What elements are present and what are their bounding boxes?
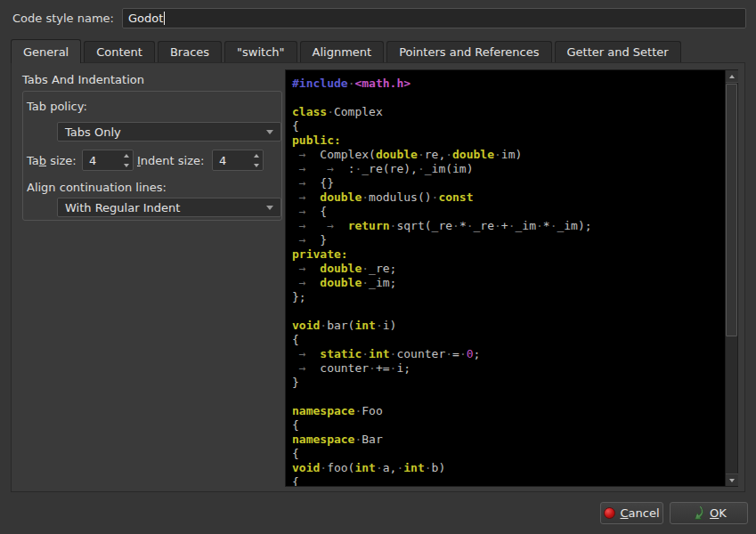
- scroll-down-button[interactable]: [726, 473, 738, 486]
- tab-size-decrement-button[interactable]: [119, 160, 133, 170]
- cancel-button-label: Cancel: [620, 506, 659, 520]
- tabs-and-indentation-heading: Tabs And Indentation: [22, 73, 144, 86]
- align-continuation-selected-value: With Regular Indent: [65, 201, 180, 214]
- align-continuation-select[interactable]: With Regular Indent: [57, 198, 281, 217]
- arrow-up-icon: [729, 75, 735, 78]
- indent-size-spinner[interactable]: 4: [212, 150, 264, 171]
- align-continuation-label: Align continuation lines:: [27, 181, 167, 194]
- ok-button[interactable]: OK: [670, 502, 748, 524]
- tab-size-spin-buttons: [119, 150, 133, 170]
- arrow-up-icon: [124, 154, 129, 158]
- name-row: Code style name: Godot: [12, 7, 746, 28]
- text-cursor: [164, 12, 165, 25]
- cancel-icon: [604, 507, 615, 519]
- arrow-down-icon: [729, 479, 735, 482]
- ok-check-icon: [691, 506, 705, 521]
- indent-size-decrement-button[interactable]: [249, 160, 263, 170]
- general-tab-panel: Tabs And Indentation Tab policy: Tabs On…: [11, 62, 745, 492]
- tab-bar: GeneralContentBraces"switch"AlignmentPoi…: [11, 39, 684, 63]
- tab-size-value: 4: [83, 150, 119, 170]
- tab-size-increment-button[interactable]: [119, 150, 133, 160]
- code-preview-text: #include·<math.h> class·Complex{public: …: [286, 70, 725, 486]
- scroll-up-button[interactable]: [726, 70, 738, 83]
- indent-size-label: Indent size:: [137, 154, 204, 167]
- code-style-name-label: Code style name:: [12, 12, 114, 25]
- tab-content[interactable]: Content: [84, 41, 155, 62]
- chevron-down-icon: [266, 206, 273, 210]
- arrow-down-icon: [254, 164, 259, 167]
- tab-switch[interactable]: "switch": [224, 41, 297, 62]
- code-style-name-value: Godot: [128, 12, 163, 25]
- tab-getter-and-setter[interactable]: Getter and Setter: [555, 41, 681, 62]
- tab-general[interactable]: General: [11, 39, 81, 63]
- tab-policy-label: Tab policy:: [27, 100, 87, 113]
- code-style-name-input[interactable]: Godot: [122, 8, 746, 28]
- tab-size-label: Tab size:: [27, 154, 77, 167]
- tab-braces[interactable]: Braces: [158, 41, 222, 62]
- tabs-and-indentation-group: Tab policy: Tabs Only Tab size: 4 Indent…: [22, 91, 282, 221]
- indent-size-spin-buttons: [249, 150, 263, 170]
- size-row: Tab size: 4 Indent size: 4: [27, 150, 280, 171]
- cancel-button[interactable]: Cancel: [600, 502, 663, 524]
- indent-size-increment-button[interactable]: [249, 150, 263, 160]
- tab-size-spinner[interactable]: 4: [82, 150, 134, 171]
- code-preview: #include·<math.h> class·Complex{public: …: [285, 69, 738, 487]
- arrow-down-icon: [124, 164, 129, 167]
- tab-policy-selected-value: Tabs Only: [65, 125, 121, 139]
- tab-alignment[interactable]: Alignment: [300, 41, 385, 62]
- arrow-up-icon: [254, 154, 259, 158]
- chevron-down-icon: [266, 130, 273, 134]
- ok-button-label: OK: [710, 506, 727, 520]
- scrollbar-thumb[interactable]: [726, 84, 737, 336]
- code-preview-scrollbar[interactable]: [725, 70, 737, 486]
- tab-policy-select[interactable]: Tabs Only: [57, 122, 281, 142]
- tab-pointers-and-references[interactable]: Pointers and References: [386, 41, 551, 62]
- indent-size-value: 4: [213, 150, 249, 170]
